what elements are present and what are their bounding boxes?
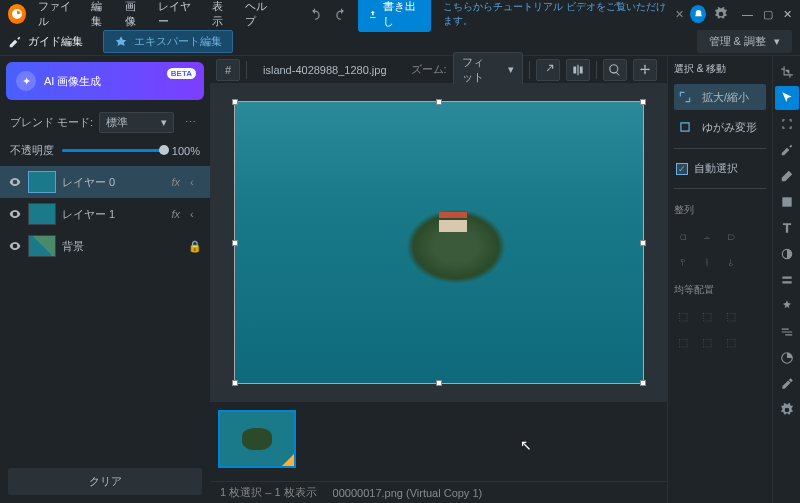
ai-image-gen-button[interactable]: ✦ AI 画像生成 BETA [6,62,204,100]
menu-help[interactable]: ヘルプ [245,0,274,29]
crop-tool[interactable] [775,60,799,84]
menu-file[interactable]: ファイル [38,0,77,29]
clear-button[interactable]: クリア [8,468,202,495]
blend-mode-select[interactable]: 標準▾ [99,112,174,133]
maximize-button[interactable]: ▢ [763,8,773,21]
layer-thumbnail [28,203,56,225]
shape-tool[interactable] [775,190,799,214]
sparkle-icon: ✦ [16,71,36,91]
lock-icon: 🔒 [188,240,202,253]
handle-bl[interactable] [232,380,238,386]
dist-v1[interactable]: ⬚ [674,333,692,351]
eyedropper-tool[interactable] [775,372,799,396]
gradient-tool[interactable] [775,242,799,266]
status-selection: 1 枚選択 – 1 枚表示 [220,485,317,500]
pan-tool[interactable] [633,59,657,81]
close-button[interactable]: ✕ [783,8,792,21]
color-tool[interactable] [775,346,799,370]
beta-badge: BETA [167,68,196,79]
align-right[interactable]: ⫐ [722,227,740,245]
align-left[interactable]: ⫏ [674,227,692,245]
layer-1[interactable]: レイヤー 1 fx ‹ [0,198,210,230]
dist-h2[interactable]: ⬚ [698,307,716,325]
status-filename: 00000017.png (Virtual Copy 1) [333,487,483,499]
handle-br[interactable] [640,380,646,386]
file-tab[interactable]: island-4028988_1280.jpg [253,61,397,79]
chevron-down-icon: ▾ [774,35,780,48]
opacity-slider[interactable] [62,149,164,152]
expert-edit-mode[interactable]: エキスパート編集 [103,30,233,53]
handle-tr[interactable] [640,99,646,105]
redo-button[interactable] [332,4,350,24]
adjust-tool[interactable] [775,320,799,344]
scale-icon [676,88,694,106]
minimize-button[interactable]: — [742,8,753,21]
align-bottom[interactable]: ⫰ [722,253,740,271]
handle-tl[interactable] [232,99,238,105]
align-hcenter[interactable]: ⫠ [698,227,716,245]
compare-button[interactable] [566,59,590,81]
more-tool[interactable] [775,398,799,422]
layer-thumbnail [28,171,56,193]
distribute-section: 均等配置 [674,283,766,297]
visibility-icon[interactable] [8,175,22,189]
flag-icon [282,454,294,466]
menu-view[interactable]: 表示 [212,0,232,29]
grid-toggle[interactable]: # [216,59,240,81]
text-tool[interactable] [775,216,799,240]
menu-edit[interactable]: 編集 [91,0,111,29]
zoom-scale-tool[interactable]: 拡大/縮小 [674,84,766,110]
notifications-button[interactable] [690,5,706,23]
eraser-tool[interactable] [775,164,799,188]
handle-mr[interactable] [640,240,646,246]
layer-2[interactable]: 背景 🔒 [0,230,210,262]
visibility-icon[interactable] [8,207,22,221]
chevron-icon[interactable]: ‹ [190,208,202,220]
align-top[interactable]: ⫯ [674,253,692,271]
handle-bm[interactable] [436,380,442,386]
handle-tm[interactable] [436,99,442,105]
app-logo [8,4,26,24]
thumbnail-1[interactable] [218,410,296,468]
auto-select-checkbox[interactable]: ✓自動選択 [674,157,766,180]
dist-v3[interactable]: ⬚ [722,333,740,351]
fx-badge: fx [171,208,180,220]
blend-options-icon[interactable]: ⋯ [180,113,200,133]
brush-tool[interactable] [775,138,799,162]
dist-v2[interactable]: ⬚ [698,333,716,351]
fill-tool[interactable] [775,268,799,292]
share-button[interactable] [536,59,560,81]
visibility-icon[interactable] [8,239,22,253]
undo-button[interactable] [306,4,324,24]
layer-name: 背景 [62,239,182,254]
layer-thumbnail [28,235,56,257]
canvas-image[interactable] [234,101,644,384]
zoom-tool[interactable] [603,59,627,81]
opacity-value: 100% [172,145,200,157]
selection-tool[interactable] [775,112,799,136]
tutorial-close[interactable]: ✕ [675,8,684,21]
menu-image[interactable]: 画像 [125,0,145,29]
dist-h1[interactable]: ⬚ [674,307,692,325]
blend-mode-label: ブレンド モード: [10,115,93,130]
layer-0[interactable]: レイヤー 0 fx ‹ [0,166,210,198]
effects-tool[interactable] [775,294,799,318]
zoom-label: ズーム: [411,62,447,77]
align-vcenter[interactable]: ⫲ [698,253,716,271]
cursor-icon: ↖ [520,437,532,453]
move-tool[interactable] [775,86,799,110]
guide-edit-mode[interactable]: ガイド編集 [8,34,83,49]
handle-ml[interactable] [232,240,238,246]
chevron-icon[interactable]: ‹ [190,176,202,188]
export-button[interactable]: 書き出し [358,0,431,32]
manage-adjust-button[interactable]: 管理 & 調整▾ [697,30,792,53]
tutorial-link[interactable]: こちらからチュートリアル ビデオをご覧いただけます。 [443,0,669,28]
fx-badge: fx [171,176,180,188]
canvas[interactable] [210,84,667,401]
menu-layer[interactable]: レイヤー [158,0,197,29]
zoom-select[interactable]: フィット▾ [453,52,523,88]
settings-button[interactable] [712,4,730,24]
warp-tool[interactable]: ゆがみ変形 [674,114,766,140]
panel-title: 選択 & 移動 [674,62,766,76]
dist-h3[interactable]: ⬚ [722,307,740,325]
